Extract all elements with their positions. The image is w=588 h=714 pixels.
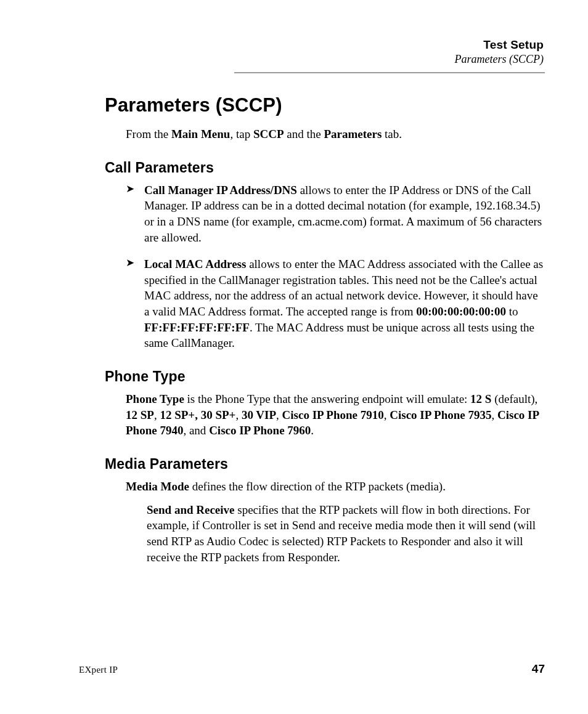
list-item: Call Manager IP Address/DNS allows to en…: [126, 182, 545, 246]
section-heading-media-parameters: Media Parameters: [105, 456, 545, 473]
bold-text: Send and Receive: [147, 503, 235, 516]
bold-text: SCCP: [253, 128, 284, 140]
section-heading-phone-type: Phone Type: [105, 368, 545, 385]
bold-text: Phone Type: [126, 392, 184, 405]
footer-product: EXpert IP: [79, 665, 118, 675]
bold-text: 30 VIP: [242, 408, 276, 421]
call-parameters-list: Call Manager IP Address/DNS allows to en…: [126, 182, 545, 351]
send-receive-paragraph: Send and Receive specifies that the RTP …: [147, 502, 545, 566]
list-item: Local MAC Address allows to enter the MA…: [126, 256, 545, 351]
footer-page-number: 47: [532, 662, 545, 676]
running-head-subtitle: Parameters (SCCP): [43, 53, 544, 66]
bold-text: Cisco IP Phone 7960: [209, 424, 311, 437]
section-heading-call-parameters: Call Parameters: [105, 160, 545, 176]
text: defines the flow direction of the RTP pa…: [189, 480, 446, 493]
bold-text: Cisco IP Phone 7935: [390, 408, 491, 421]
page-footer: EXpert IP 47: [43, 662, 545, 676]
text: ,: [154, 408, 160, 421]
page-title: Parameters (SCCP): [105, 94, 545, 116]
text: and the: [284, 128, 324, 140]
text: From the: [126, 128, 171, 140]
running-head-title: Test Setup: [43, 38, 544, 52]
intro-paragraph: From the Main Menu, tap SCCP and the Par…: [126, 126, 545, 142]
header-rule: [234, 72, 545, 73]
text: tab.: [382, 128, 402, 140]
bold-text: Media Mode: [126, 480, 189, 493]
text: ,: [384, 408, 390, 421]
running-head: Test Setup Parameters (SCCP): [43, 38, 544, 66]
text: .: [311, 424, 314, 437]
text: ,: [235, 408, 242, 421]
bold-text: Cisco IP Phone 7910: [282, 408, 384, 421]
bold-text: 00:00:00:00:00:00: [416, 305, 506, 318]
text: , tap: [230, 128, 253, 140]
text: ,: [276, 408, 282, 421]
text: to: [506, 305, 518, 318]
text: (default),: [491, 392, 537, 405]
bold-text: 12 S: [470, 392, 491, 405]
phone-type-paragraph: Phone Type is the Phone Type that the an…: [126, 391, 545, 439]
text: is the Phone Type that the answering end…: [184, 392, 470, 405]
bold-text: Call Manager IP Address/DNS: [144, 184, 297, 197]
bold-text: 12 SP+, 30 SP+: [160, 408, 235, 421]
bold-text: FF:FF:FF:FF:FF:FF: [144, 321, 250, 334]
text: ,: [491, 408, 497, 421]
bold-text: Local MAC Address: [144, 258, 246, 270]
bold-text: Parameters: [324, 128, 382, 140]
bold-text: 12 SP: [126, 408, 154, 421]
bold-text: Main Menu: [171, 128, 231, 140]
media-mode-paragraph: Media Mode defines the flow direction of…: [126, 479, 545, 495]
text: , and: [183, 424, 209, 437]
